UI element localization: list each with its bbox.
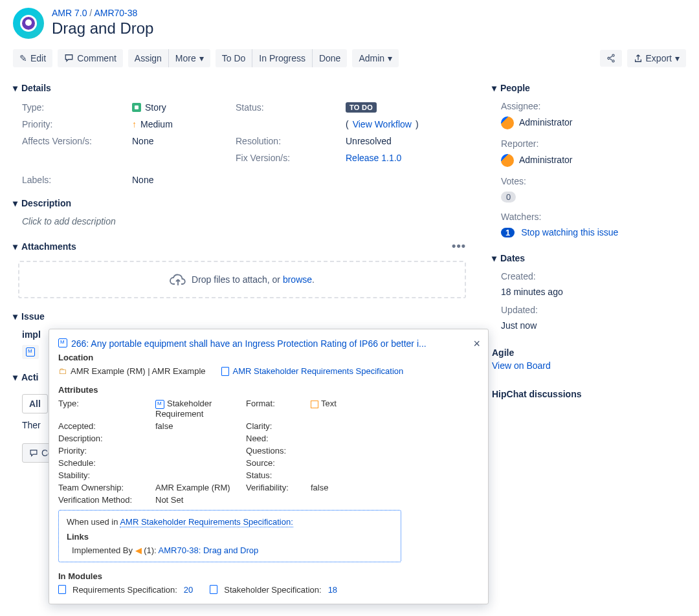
assign-button[interactable]: Assign [128, 49, 169, 67]
status-value: TO DO [346, 102, 466, 113]
breadcrumb-project[interactable]: AMR 7.0 [52, 8, 87, 18]
browse-link[interactable]: browse [283, 274, 312, 285]
toolbar: ✎ Edit Comment Assign More ▾ To Do In Pr… [13, 44, 686, 78]
attachments-more-icon[interactable]: ••• [452, 239, 466, 253]
export-button[interactable]: Export ▾ [627, 49, 686, 67]
text-format-icon [311, 401, 318, 408]
affects-label: Affects Version/s: [22, 136, 132, 146]
edit-button[interactable]: ✎ Edit [13, 49, 52, 67]
section-description-toggle[interactable]: ▾ Description [13, 193, 466, 214]
svg-point-1 [607, 57, 609, 59]
view-on-board-link[interactable]: View on Board [492, 360, 551, 371]
status-label: Status: [236, 102, 346, 113]
description-placeholder[interactable]: Click to add description [22, 216, 466, 226]
priority-icon: ↑ [132, 119, 137, 129]
location-module-link[interactable]: AMR Stakeholder Requirements Specificati… [233, 366, 404, 376]
comment-icon [64, 54, 74, 63]
folder-icon: 🗀 [58, 366, 67, 376]
type-label: Type: [22, 102, 132, 113]
admin-button[interactable]: Admin ▾ [352, 49, 399, 67]
chevron-down-icon: ▾ [13, 241, 17, 252]
reporter-value: Administrator [501, 151, 686, 170]
section-issuelinks-toggle[interactable]: ▾ Issue [13, 306, 466, 327]
priority-value: ↑ Medium [132, 119, 236, 129]
more-button[interactable]: More ▾ [169, 49, 210, 67]
priority-label: Priority: [22, 119, 132, 129]
chevron-down-icon: ▾ [492, 253, 496, 263]
fixversion-label: Fix Version/s: [236, 153, 346, 163]
updated-label: Updated: [501, 305, 686, 315]
section-dates-toggle[interactable]: ▾ Dates [492, 248, 686, 269]
share-button[interactable] [600, 50, 622, 67]
share-icon [606, 54, 616, 63]
section-details-toggle[interactable]: ▾ Details [13, 78, 466, 98]
document-icon [221, 367, 229, 376]
section-attachments-toggle[interactable]: ▾ Attachments ••• [13, 234, 466, 258]
labels-label: Labels: [22, 170, 132, 185]
pencil-icon: ✎ [19, 53, 27, 63]
issue-header: AMR 7.0 / AMR70-38 Drag and Drop [13, 0, 686, 44]
popup-title-link[interactable]: 266: Any portable equipment shall have a… [71, 338, 427, 349]
chevron-down-icon: ▾ [199, 53, 204, 63]
updated-value: Just now [501, 318, 686, 333]
story-icon [132, 103, 141, 112]
view-workflow-link[interactable]: View Workflow [353, 119, 412, 129]
resolution-value: Unresolved [346, 136, 466, 146]
cloud-upload-icon [170, 272, 186, 287]
type-value: Story [132, 102, 236, 113]
assignee-value: Administrator [501, 114, 686, 132]
inprogress-button[interactable]: In Progress [252, 49, 313, 67]
requirement-icon [26, 347, 35, 357]
requirement-icon [58, 338, 67, 347]
watchers-count: 1 [501, 228, 515, 237]
requirement-icon [155, 400, 164, 409]
votes-count: 0 [501, 192, 516, 203]
resolution-label: Resolution: [236, 136, 346, 146]
created-label: Created: [501, 271, 686, 281]
fixversion-link[interactable]: Release 1.1.0 [346, 153, 401, 163]
section-people-toggle[interactable]: ▾ People [492, 78, 686, 98]
comment-button[interactable]: Comment [58, 49, 123, 67]
page-title: Drag and Drop [52, 19, 153, 38]
attributes-heading: Attributes [58, 385, 476, 395]
hipchat-heading: HipChat discussions [492, 389, 686, 399]
affects-value: None [132, 136, 236, 146]
svg-point-0 [612, 54, 614, 56]
stop-watching-link[interactable]: Stop watching this issue [521, 227, 618, 237]
chevron-down-icon: ▾ [13, 198, 17, 208]
location-project: AMR Example (RM) | AMR Example [71, 366, 206, 376]
requirement-preview-popup: × 266: Any portable equipment shall have… [49, 329, 489, 483]
votes-label: Votes: [501, 176, 686, 186]
close-icon[interactable]: × [473, 337, 480, 351]
chevron-down-icon: ▾ [13, 83, 17, 93]
breadcrumb-issue[interactable]: AMR70-38 [94, 8, 137, 18]
reporter-label: Reporter: [501, 138, 686, 149]
project-avatar [13, 8, 44, 39]
done-button[interactable]: Done [313, 49, 347, 67]
chevron-down-icon: ▾ [13, 311, 17, 322]
issuelink-item[interactable] [22, 345, 39, 359]
assignee-label: Assignee: [501, 101, 686, 111]
chevron-down-icon: ▾ [492, 83, 496, 93]
labels-value: None [132, 170, 236, 185]
location-heading: Location [58, 353, 476, 362]
breadcrumb: AMR 7.0 / AMR70-38 [52, 8, 153, 18]
todo-button[interactable]: To Do [216, 49, 253, 67]
chevron-down-icon: ▾ [13, 372, 17, 382]
watchers-label: Watchers: [501, 212, 686, 222]
chevron-down-icon: ▾ [388, 53, 392, 63]
user-avatar-icon [501, 154, 514, 167]
created-value: 18 minutes ago [501, 284, 686, 300]
user-avatar-icon [501, 116, 514, 129]
attachments-dropzone[interactable]: Drop files to attach, or browse. [18, 261, 466, 298]
chevron-down-icon: ▾ [675, 53, 680, 63]
svg-point-2 [612, 60, 614, 62]
activity-tab-all[interactable]: All [22, 394, 48, 413]
export-icon [634, 54, 643, 63]
agile-heading: Agile [492, 347, 686, 358]
